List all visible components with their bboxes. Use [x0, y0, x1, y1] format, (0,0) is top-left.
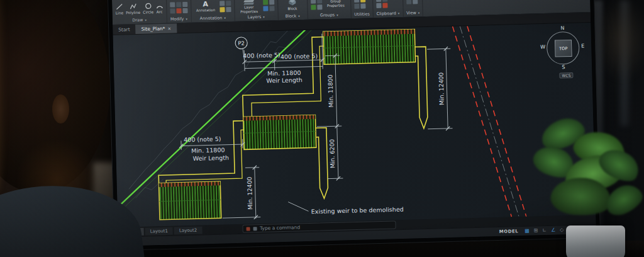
panel-label-block[interactable]: Block ▾ — [281, 13, 304, 20]
tab-layout1[interactable]: Layout1 — [145, 227, 174, 235]
cut-icon[interactable] — [376, 3, 381, 8]
ribbon-panel-annotation: A Annotation Annotation ▾ — [191, 0, 235, 23]
erase-icon[interactable] — [176, 8, 181, 13]
note400-top-a: 400 (note 5) — [243, 52, 280, 59]
monitor: Line Polyline Circle Arc — [108, 0, 601, 251]
ungroup-icon[interactable] — [317, 0, 322, 3]
tab-site-plan[interactable]: Site_Plan* × — [135, 23, 177, 34]
layer-lock-icon[interactable] — [263, 6, 268, 11]
min12400-mid: Min. 12400 — [246, 176, 253, 209]
demolish-note: Existing weir to be demolished — [311, 206, 404, 215]
close-icon[interactable]: × — [167, 26, 171, 31]
match-properties-icon[interactable] — [382, 3, 387, 8]
viewcube-compass[interactable]: N E S W TOP — [541, 25, 584, 75]
line-tool-label: Line — [115, 10, 123, 14]
id-point-icon[interactable] — [360, 3, 365, 8]
group-icon[interactable] — [311, 0, 316, 3]
note400-mid: 400 (note 5) — [184, 135, 221, 143]
mirror-icon[interactable] — [182, 8, 187, 13]
panel-label-groups[interactable]: Groups ▾ — [311, 11, 347, 20]
osnap-icon[interactable]: ◇ — [560, 227, 564, 232]
chevron-down-icon: ▾ — [298, 14, 300, 18]
grid-icon[interactable]: ▦ — [525, 229, 530, 234]
chevron-down-icon: ▾ — [398, 11, 400, 15]
leader-icon[interactable] — [226, 1, 231, 6]
utility-tools-grid[interactable] — [354, 0, 365, 8]
cad-app-window: Line Polyline Circle Arc — [112, 0, 596, 246]
group-tools-grid[interactable] — [311, 0, 322, 9]
point-icon[interactable] — [354, 3, 359, 8]
copy-icon[interactable] — [176, 2, 181, 7]
view-tools-grid[interactable] — [406, 0, 418, 4]
table-icon[interactable] — [219, 7, 225, 12]
circle-tool-button[interactable]: Circle — [143, 3, 153, 14]
layer-freeze-icon[interactable] — [269, 0, 274, 4]
model-space-indicator[interactable]: MODEL — [499, 229, 519, 234]
panel-label-layers[interactable]: Layers ▾ — [238, 13, 274, 21]
site-plan-drawing: P2 400 (note 5) 400 (note 5) Min. 11800 … — [113, 23, 596, 227]
measure-icon[interactable] — [354, 0, 359, 2]
panel-label-modify[interactable]: Modify ▾ — [170, 16, 187, 23]
p2-balloon: P2 — [235, 37, 248, 49]
panel-label-annotation[interactable]: Annotation ▾ — [194, 14, 231, 23]
move-icon[interactable] — [170, 2, 175, 7]
workspace-icon[interactable]: ≡ — [576, 227, 580, 232]
modify-tools-grid[interactable] — [170, 1, 187, 13]
polyline-icon — [130, 3, 136, 9]
arc-tool-button[interactable]: Arc — [156, 2, 163, 13]
block-big-button[interactable]: Block — [281, 0, 304, 11]
text-style-icon: A — [203, 1, 208, 8]
polar-tracking-icon[interactable]: ∠ — [551, 228, 555, 233]
tab-model[interactable]: Model — [121, 227, 144, 236]
panel-label-view[interactable]: View ▾ — [406, 9, 419, 17]
tab-layout2[interactable]: Layout2 — [174, 226, 203, 234]
ribbon-panel-layers: Layer Properties Layers ▾ — [234, 0, 278, 21]
layer-on-icon[interactable] — [263, 0, 268, 4]
layer-properties-button[interactable]: Layer Properties — [238, 0, 261, 14]
circle-icon — [145, 3, 152, 9]
paste-icon[interactable] — [376, 0, 381, 2]
layer-tools-grid[interactable] — [263, 0, 274, 11]
pan-icon[interactable] — [406, 0, 411, 4]
min11800-vertical: Min. 11800 — [326, 74, 334, 107]
compass-east-label[interactable]: E — [581, 43, 584, 49]
layer-isolate-icon[interactable] — [269, 6, 274, 11]
compass-west-label[interactable]: W — [540, 44, 545, 50]
block-big-label: Block — [287, 6, 297, 11]
clipboard-tools-grid[interactable] — [376, 0, 387, 8]
annotation-scale-icon[interactable]: ▲ — [568, 227, 572, 232]
zoom-icon[interactable] — [413, 0, 418, 4]
polyline-tool-button[interactable]: Polyline — [126, 3, 141, 14]
compass-south-label[interactable]: S — [562, 64, 565, 70]
panel-label-utilities[interactable]: Utilities — [354, 11, 370, 18]
group-select-icon[interactable] — [317, 4, 322, 9]
copy-clip-icon[interactable] — [382, 0, 387, 1]
annotation-tools-grid[interactable] — [219, 1, 231, 12]
tab-start[interactable]: Start — [113, 25, 136, 35]
panel-label-draw[interactable]: Draw ▾ — [116, 16, 164, 25]
polyline-tool-label: Polyline — [126, 9, 140, 14]
annotation-big-button[interactable]: A Annotation — [194, 1, 217, 13]
drawing-canvas[interactable]: P2 400 (note 5) 400 (note 5) Min. 11800 … — [113, 23, 596, 227]
compass-north-label[interactable]: N — [560, 25, 564, 31]
trim-icon[interactable] — [170, 8, 175, 13]
wcs-badge[interactable]: WCS — [559, 72, 573, 79]
layers-icon — [244, 0, 253, 5]
mtext-icon[interactable] — [226, 7, 231, 12]
line-tool-button[interactable]: Line — [115, 3, 123, 14]
rotate-icon[interactable] — [182, 1, 187, 6]
shelf-glow — [594, 0, 644, 82]
group-edit-icon[interactable] — [311, 4, 316, 9]
snap-icon[interactable]: ⊞ — [534, 228, 538, 233]
customize-icon[interactable] — [246, 227, 250, 231]
panel-label-clipboard[interactable]: Clipboard ▾ — [377, 10, 400, 18]
ribbon-panel-block: Block Block ▾ — [277, 0, 308, 20]
min11800-top: Min. 11800 — [267, 69, 301, 77]
ribbon-panel-utilities: Utilities — [350, 0, 374, 18]
ortho-icon[interactable]: ∟ — [542, 228, 547, 233]
group-properties-button[interactable]: Group Properties — [325, 0, 347, 8]
viewcube-top-face[interactable]: TOP — [555, 40, 572, 57]
quick-calc-icon[interactable] — [360, 0, 365, 2]
isolate-icon[interactable]: □ — [585, 227, 590, 232]
dimension-icon[interactable] — [219, 1, 225, 6]
